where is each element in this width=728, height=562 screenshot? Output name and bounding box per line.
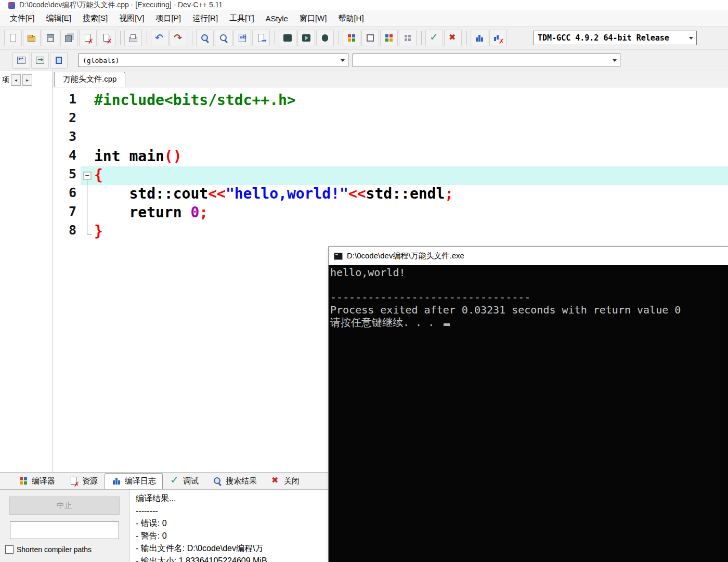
tab-scroll-right-button[interactable] — [22, 74, 32, 86]
tab-debug[interactable]: 调试 — [163, 473, 205, 489]
tab-compiler[interactable]: 编译器 — [11, 473, 62, 489]
menu-item-4[interactable]: 项目[P] — [150, 14, 187, 23]
editor-line: 2 — [53, 110, 728, 129]
profile-icon — [474, 33, 485, 43]
compiler-select[interactable]: TDM-GCC 4.9.2 64-bit Release — [533, 31, 697, 45]
fold-box-marker[interactable] — [81, 166, 94, 185]
undo-button[interactable] — [151, 30, 168, 46]
tab-compile-log[interactable]: 编译日志 — [105, 473, 163, 489]
titlebar[interactable]: D:\0code\dev编程\万能头文件.cpp - [Executing] -… — [0, 0, 728, 10]
menu-item-6[interactable]: 工具[T] — [224, 14, 260, 23]
project-tab-label: 项 — [2, 75, 9, 85]
console-output[interactable]: hello,world!----------------------------… — [329, 265, 728, 562]
view-sidebar-icon — [54, 55, 64, 66]
toolbar-separator — [275, 31, 275, 45]
menu-item-8[interactable]: 窗口[W] — [294, 14, 333, 23]
toolbar-separator — [192, 31, 192, 45]
compile-and-run-button[interactable] — [343, 30, 360, 46]
print-button[interactable] — [124, 30, 142, 46]
code-text: return 0; — [94, 204, 728, 223]
menu-item-9[interactable]: 帮助[H] — [332, 14, 369, 23]
find-button[interactable] — [196, 30, 214, 46]
console-line: hello,world! — [330, 266, 728, 279]
document-tab[interactable]: 万能头文件.cpp — [54, 72, 125, 87]
view-project-button[interactable] — [12, 52, 30, 69]
rebuild-all-button[interactable] — [361, 30, 379, 46]
document-tabbar: 万能头文件.cpp — [53, 71, 728, 87]
profile-button[interactable] — [471, 30, 488, 46]
compile-progress-bar — [10, 521, 119, 539]
console-titlebar[interactable]: D:\0code\dev编程\万能头文件.exe — [329, 247, 728, 265]
abort-compilation-button[interactable] — [444, 30, 462, 46]
line-number: 4 — [53, 148, 81, 166]
goto-line-button[interactable] — [252, 30, 270, 46]
find-in-files-button[interactable] — [215, 30, 232, 46]
project-browser-header: 项 — [0, 71, 52, 86]
compile-button[interactable] — [279, 30, 296, 46]
tab-search-results[interactable]: 搜索结果 — [205, 473, 264, 489]
close-button[interactable] — [79, 30, 97, 46]
code-token: "hello,world!" — [226, 185, 348, 202]
delete-profiling-button[interactable] — [489, 30, 507, 46]
open-button[interactable] — [23, 30, 41, 46]
debug-tab-icon — [170, 476, 180, 486]
compile-and-run-icon — [346, 33, 357, 43]
editor-line: 7 return 0; — [53, 204, 728, 223]
compiler-select-value: TDM-GCC 4.9.2 64-bit Release — [538, 33, 669, 43]
tab-label: 编译日志 — [125, 476, 156, 486]
save-button[interactable] — [42, 30, 59, 46]
replace-button[interactable] — [233, 30, 251, 46]
redo-button[interactable] — [170, 30, 187, 46]
view-buttons — [12, 52, 69, 69]
replace-icon — [237, 33, 248, 43]
code-token: #include<bits/stdc++.h> — [94, 92, 296, 109]
new-file-button[interactable] — [4, 30, 22, 46]
tab-close[interactable]: 关闭 — [264, 473, 306, 489]
save-all-button[interactable] — [60, 30, 78, 46]
menu-item-2[interactable]: 搜索[S] — [77, 14, 113, 23]
console-title: D:\0code\dev编程\万能头文件.exe — [347, 251, 464, 261]
menu-item-1[interactable]: 编辑[E] — [41, 14, 77, 23]
code-token: ; — [199, 204, 208, 221]
globals-select-value: (globals) — [83, 57, 119, 64]
abort-compilation-icon — [448, 33, 458, 43]
view-report-icon — [35, 55, 45, 66]
find-icon — [200, 33, 210, 43]
tab-resources[interactable]: 资源 — [62, 473, 105, 489]
syntax-check-button[interactable] — [425, 30, 443, 46]
package-manager-button[interactable] — [399, 30, 417, 46]
menu-item-3[interactable]: 视图[V] — [113, 14, 150, 23]
new-project-button[interactable] — [380, 30, 398, 46]
view-report-button[interactable] — [31, 52, 49, 69]
class-browser-toolbar: (globals) — [0, 50, 728, 71]
tab-label: 资源 — [82, 476, 98, 486]
chevron-down-icon — [341, 59, 345, 64]
shorten-paths-checkbox[interactable] — [5, 545, 14, 554]
compile-log-tab-icon — [111, 476, 122, 486]
console-line: Process exited after 0.03231 seconds wit… — [330, 304, 728, 316]
abort-button[interactable]: 中止 — [9, 496, 120, 515]
code-token: () — [164, 148, 182, 165]
code-token: return — [94, 204, 190, 221]
view-sidebar-button[interactable] — [50, 52, 68, 69]
toolbar-buttons — [4, 30, 508, 46]
editor-line: 5{ — [53, 166, 728, 185]
close-all-button[interactable] — [98, 30, 115, 46]
code-token: { — [94, 166, 103, 184]
run-button[interactable] — [297, 30, 315, 46]
globals-select[interactable]: (globals) — [78, 54, 348, 67]
tab-scroll-left-button[interactable] — [11, 74, 21, 86]
menu-item-5[interactable]: 运行[R] — [187, 14, 224, 23]
members-select[interactable] — [353, 54, 620, 67]
line-number: 6 — [53, 185, 81, 204]
pause-button[interactable] — [316, 30, 334, 46]
editor-line: 6 std::cout<<"hello,world!"<<std::endl; — [53, 185, 728, 204]
tab-label: 关闭 — [284, 476, 300, 486]
close-icon — [83, 33, 93, 43]
menu-item-0[interactable]: 文件[F] — [4, 14, 41, 23]
fold-gutter — [81, 92, 94, 110]
fold-gutter — [81, 148, 94, 166]
toolbar-separator — [120, 31, 121, 45]
menu-item-7[interactable]: AStyle — [260, 14, 294, 23]
code-text: std::cout<<"hello,world!"<<std::endl; — [94, 185, 728, 204]
